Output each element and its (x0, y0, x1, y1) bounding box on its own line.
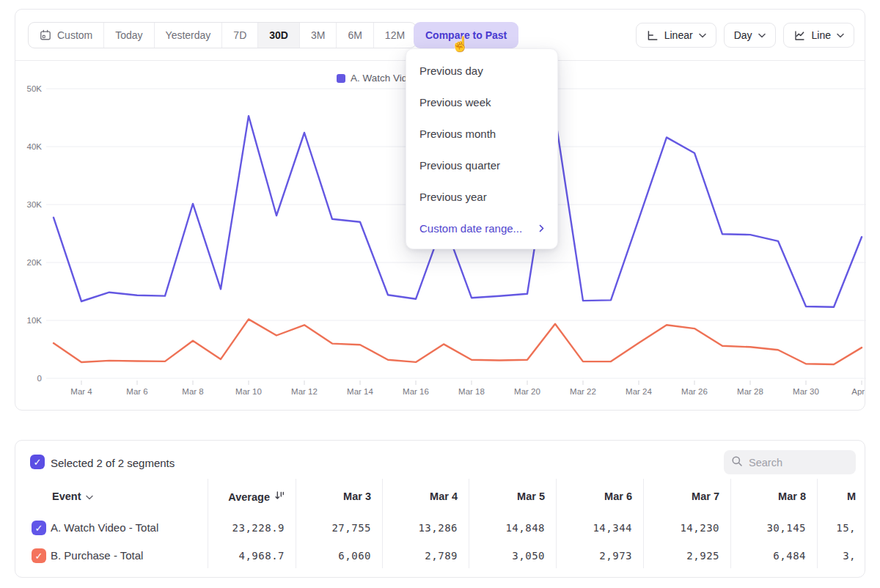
column-header-mar-7[interactable]: Mar 7 (692, 490, 719, 502)
y-axis-tick-label: 20K (27, 258, 43, 267)
column-header-label: Mar 3 (343, 490, 371, 502)
column-divider (730, 479, 731, 568)
column-header-mar-8[interactable]: Mar 8 (778, 490, 806, 502)
table-cell: 15, (836, 522, 856, 534)
range-option-7d[interactable]: 7D (222, 23, 258, 48)
segment-label[interactable]: A. Watch Video - Total (51, 521, 158, 534)
table-cell: 14,230 (680, 522, 719, 534)
column-header-event[interactable]: Event (52, 490, 93, 502)
menu-item-previous-week[interactable]: Previous week (406, 87, 557, 118)
range-option-label: Yesterday (166, 29, 211, 41)
x-axis-tick-label: Apr 1 (851, 387, 866, 396)
custom-date-range-label: Custom date range... (419, 222, 522, 235)
table-cell: 2,925 (686, 550, 719, 562)
menu-item-previous-year[interactable]: Previous year (406, 181, 557, 213)
column-header-label: Mar 8 (778, 490, 806, 502)
view-controls: Linear Day Line (636, 23, 854, 48)
menu-item-custom-date-range[interactable]: Custom date range... (406, 213, 557, 244)
column-header-label: M (847, 490, 856, 502)
range-option-label: 12M (385, 29, 405, 41)
x-axis-tick-label: Mar 24 (626, 387, 652, 396)
table-cell: 14,344 (593, 522, 632, 534)
segment-checkbox[interactable]: ✓ (32, 548, 46, 563)
search-input[interactable] (749, 457, 844, 468)
column-header-label: Mar 7 (692, 490, 719, 502)
column-header-mar-4[interactable]: Mar 4 (430, 490, 458, 502)
table-cell: 4,968.7 (238, 550, 285, 562)
column-divider (556, 479, 557, 568)
table-cell: 3,050 (512, 550, 545, 562)
x-axis-tick-label: Mar 28 (737, 387, 763, 396)
x-axis-tick-label: Mar 4 (70, 387, 92, 396)
range-option-label: Custom (57, 29, 92, 41)
range-option-6m[interactable]: 6M (337, 23, 373, 48)
granularity-dropdown[interactable]: Day (724, 23, 776, 48)
y-axis-tick-label: 0 (37, 374, 42, 383)
range-option-label: 3M (311, 29, 325, 41)
chart-type-dropdown[interactable]: Line (783, 23, 854, 48)
x-axis-tick-label: Mar 22 (570, 387, 596, 396)
range-option-today[interactable]: Today (104, 23, 154, 48)
table-cell: 23,228.9 (232, 522, 285, 534)
column-header-mar-3[interactable]: Mar 3 (343, 490, 371, 502)
menu-item-previous-quarter[interactable]: Previous quarter (406, 150, 557, 181)
column-header-m[interactable]: M (847, 490, 856, 502)
table-cell: 2,973 (599, 550, 632, 562)
menu-item-previous-month[interactable]: Previous month (406, 118, 557, 150)
select-all-segments-checkbox[interactable]: ✓ (30, 455, 45, 469)
column-header-label: Average (228, 491, 270, 503)
calendar-icon (40, 29, 51, 41)
y-axis-tick-label: 10K (27, 316, 43, 325)
table-cell: 2,789 (425, 550, 458, 562)
x-axis-tick-label: Mar 30 (793, 387, 819, 396)
range-option-3m[interactable]: 3M (300, 23, 337, 48)
granularity-label: Day (734, 29, 752, 41)
column-divider (382, 479, 383, 568)
column-header-label: Mar 5 (517, 490, 545, 502)
range-option-30d[interactable]: 30D (258, 23, 300, 48)
range-option-label: Today (115, 29, 142, 41)
column-header-label: Mar 6 (604, 490, 632, 502)
y-axis-tick-label: 30K (27, 200, 43, 209)
table-cell: 6,484 (773, 550, 806, 562)
x-axis-tick-label: Mar 8 (182, 387, 203, 396)
range-option-label: 30D (269, 29, 288, 41)
column-divider (208, 479, 208, 568)
range-option-custom[interactable]: Custom (29, 23, 104, 48)
scale-dropdown[interactable]: Linear (636, 23, 716, 48)
x-axis-tick-label: Mar 6 (126, 387, 147, 396)
chevron-down-icon (758, 33, 766, 38)
chart-type-label: Line (812, 29, 831, 41)
segments-summary-label: Selected 2 of 2 segments (51, 457, 175, 469)
range-option-yesterday[interactable]: Yesterday (155, 23, 223, 48)
menu-item-previous-day[interactable]: Previous day (406, 55, 557, 87)
table-cell: 13,286 (418, 522, 458, 534)
segment-checkbox[interactable]: ✓ (32, 521, 46, 535)
table-cell: 14,848 (505, 522, 545, 534)
axis-scale-icon (646, 29, 659, 42)
compare-to-past-button[interactable]: Compare to Past (414, 22, 518, 48)
segment-label[interactable]: B. Purchase - Total (51, 549, 143, 562)
x-axis-tick-label: Mar 10 (235, 387, 262, 396)
range-option-12m[interactable]: 12M (374, 23, 416, 48)
y-axis-tick-label: 50K (27, 84, 43, 93)
column-divider (469, 479, 469, 568)
segments-table-card: ✓ Selected 2 of 2 segments EventAverageM… (15, 440, 865, 578)
x-axis-tick-label: Mar 14 (347, 387, 373, 396)
insights-report-page: CustomTodayYesterday7D30D3M6M12M Compare… (0, 0, 880, 588)
x-axis-tick-label: Mar 18 (458, 387, 485, 396)
column-header-mar-5[interactable]: Mar 5 (517, 490, 545, 502)
column-header-average[interactable]: Average (228, 490, 285, 503)
scale-label: Linear (664, 29, 693, 41)
search-box (724, 450, 856, 474)
y-axis-tick-label: 40K (27, 142, 43, 151)
range-option-label: 7D (233, 29, 246, 41)
chevron-down-icon (699, 33, 706, 38)
column-header-mar-6[interactable]: Mar 6 (604, 490, 632, 502)
line-chart-icon (793, 29, 806, 42)
column-header-label: Mar 4 (430, 490, 458, 502)
x-axis-tick-label: Mar 26 (681, 387, 708, 396)
x-axis-tick-label: Mar 16 (403, 387, 429, 396)
date-range-control: CustomTodayYesterday7D30D3M6M12M (28, 22, 417, 48)
range-option-label: 6M (348, 29, 362, 41)
